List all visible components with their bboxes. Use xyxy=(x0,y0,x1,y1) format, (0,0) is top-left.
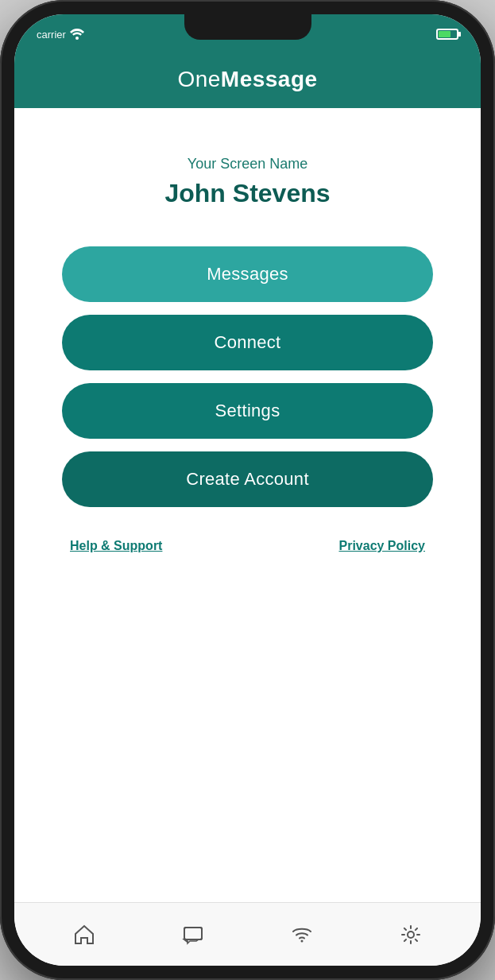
app-title: OneMessage xyxy=(30,67,465,92)
home-icon xyxy=(72,923,96,947)
status-right xyxy=(436,29,458,40)
svg-point-4 xyxy=(408,932,414,938)
phone-frame: carrier OneMessage Your Screen Name xyxy=(0,0,495,980)
app-title-bold: Message xyxy=(221,67,318,91)
tab-wifi[interactable] xyxy=(274,916,330,953)
battery-icon xyxy=(436,29,458,40)
tab-messages[interactable] xyxy=(165,916,221,953)
tab-settings[interactable] xyxy=(383,916,439,953)
svg-rect-1 xyxy=(184,928,202,939)
links-row: Help & Support Privacy Policy xyxy=(62,539,433,553)
create-account-button[interactable]: Create Account xyxy=(62,451,433,507)
tab-home[interactable] xyxy=(56,916,112,953)
wifi-icon xyxy=(290,923,314,947)
svg-point-3 xyxy=(300,939,303,942)
tab-bar xyxy=(14,902,481,966)
app-header: OneMessage xyxy=(14,54,481,108)
main-content: Your Screen Name John Stevens Messages C… xyxy=(14,108,481,902)
user-name: John Stevens xyxy=(164,179,330,208)
connect-button[interactable]: Connect xyxy=(62,315,433,370)
messages-button[interactable]: Messages xyxy=(62,246,433,302)
carrier-text: carrier xyxy=(37,29,66,41)
svg-rect-2 xyxy=(184,928,202,939)
settings-button[interactable]: Settings xyxy=(62,383,433,439)
app-title-normal: One xyxy=(177,67,220,91)
messages-icon xyxy=(181,923,205,947)
gear-icon xyxy=(399,923,423,947)
privacy-policy-link[interactable]: Privacy Policy xyxy=(338,539,425,553)
screen-name-label: Your Screen Name xyxy=(188,156,307,172)
phone-screen: carrier OneMessage Your Screen Name xyxy=(14,14,481,966)
wifi-signal-icon xyxy=(70,29,84,40)
carrier-label: carrier xyxy=(37,29,84,41)
battery-fill xyxy=(439,31,451,37)
buttons-container: Messages Connect Settings Create Account xyxy=(62,246,433,507)
help-support-link[interactable]: Help & Support xyxy=(70,539,162,553)
svg-point-0 xyxy=(75,37,79,40)
notch xyxy=(184,14,311,40)
